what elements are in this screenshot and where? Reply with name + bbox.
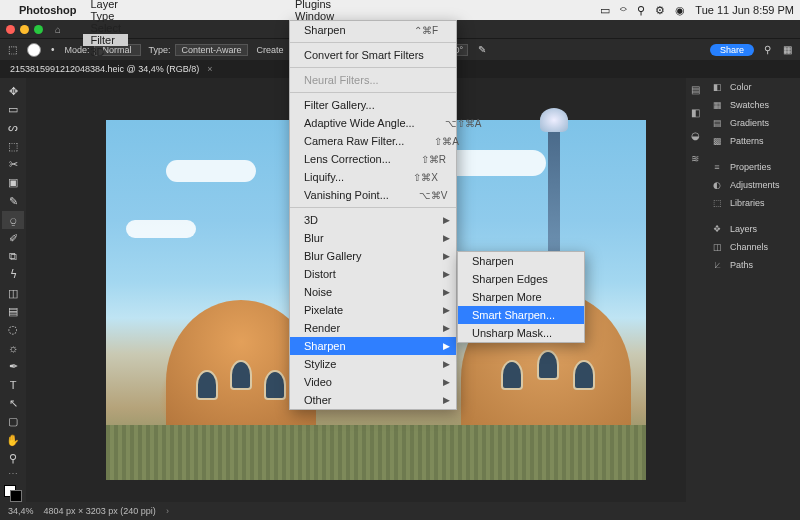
- menubar-item-layer[interactable]: Layer: [83, 0, 128, 10]
- type-select[interactable]: Content-Aware: [175, 44, 249, 56]
- siri-icon[interactable]: ◉: [675, 4, 685, 17]
- brush-tool[interactable]: ✐: [2, 229, 24, 247]
- panel-layers[interactable]: ❖Layers: [704, 220, 800, 238]
- menubar-item-plugins[interactable]: Plugins: [288, 0, 341, 10]
- adjustments-icon: ◐: [710, 180, 724, 190]
- crop-tool[interactable]: ✂: [2, 155, 24, 173]
- eraser-tool[interactable]: ◫: [2, 284, 24, 302]
- properties-icon: ≡: [710, 162, 724, 172]
- color-icon: ◧: [710, 82, 724, 92]
- path-select-tool[interactable]: ↖: [2, 394, 24, 412]
- menubar-app-name[interactable]: Photoshop: [12, 0, 83, 20]
- menu-item-label: Noise: [304, 286, 332, 298]
- panel-color[interactable]: ◧Color: [704, 78, 800, 96]
- menu-item-label: Smart Sharpen...: [472, 309, 555, 321]
- panel-patterns[interactable]: ▩Patterns: [704, 132, 800, 150]
- filter-item[interactable]: Vanishing Point...⌥⌘V: [290, 186, 456, 204]
- home-icon[interactable]: ⌂: [55, 24, 61, 35]
- workspace-icon[interactable]: ▦: [781, 44, 794, 55]
- gradient-tool[interactable]: ▤: [2, 302, 24, 320]
- filter-convert-smart[interactable]: Convert for Smart Filters: [290, 46, 456, 64]
- menubar-item-select[interactable]: Select: [83, 22, 128, 34]
- filter-submenu-blur-gallery[interactable]: Blur Gallery▶: [290, 247, 456, 265]
- pressure-icon[interactable]: ✎: [476, 44, 488, 55]
- filter-submenu-pixelate[interactable]: Pixelate▶: [290, 301, 456, 319]
- maximize-window-button[interactable]: [34, 25, 43, 34]
- panel-icon[interactable]: ≋: [691, 153, 699, 164]
- menubar-item-filter[interactable]: Filter: [83, 34, 128, 46]
- menubar-item-type[interactable]: Type: [83, 10, 128, 22]
- panel-adjustments[interactable]: ◐Adjustments: [704, 176, 800, 194]
- sharpen-item[interactable]: Smart Sharpen...: [458, 306, 584, 324]
- panel-label: Properties: [730, 162, 771, 172]
- zoom-tool[interactable]: ⚲: [2, 449, 24, 467]
- panel-swatches[interactable]: ▦Swatches: [704, 96, 800, 114]
- panel-libraries[interactable]: ⬚Libraries: [704, 194, 800, 212]
- minimize-window-button[interactable]: [20, 25, 29, 34]
- menubar-item-3d[interactable]: 3D: [83, 46, 128, 58]
- filter-item[interactable]: Camera Raw Filter...⇧⌘A: [290, 132, 456, 150]
- frame-tool[interactable]: ▣: [2, 174, 24, 192]
- filter-last-used[interactable]: Sharpen ⌃⌘F: [290, 21, 456, 39]
- filter-submenu-distort[interactable]: Distort▶: [290, 265, 456, 283]
- sharpen-item[interactable]: Sharpen: [458, 252, 584, 270]
- control-center-icon[interactable]: ⚙: [655, 4, 665, 17]
- lasso-tool[interactable]: ᔕ: [2, 119, 24, 137]
- filter-submenu-render[interactable]: Render▶: [290, 319, 456, 337]
- menu-item-label: Vanishing Point...: [304, 189, 389, 201]
- panel-icon[interactable]: ▤: [691, 84, 700, 95]
- filter-item[interactable]: Adaptive Wide Angle...⌥⇧⌘A: [290, 114, 456, 132]
- panel-icon[interactable]: ◧: [691, 107, 700, 118]
- tool-preset-icon[interactable]: ⬚: [6, 44, 19, 55]
- sharpen-item[interactable]: Sharpen More: [458, 288, 584, 306]
- filter-submenu-other[interactable]: Other▶: [290, 391, 456, 409]
- filter-submenu-blur[interactable]: Blur▶: [290, 229, 456, 247]
- filter-submenu-sharpen[interactable]: Sharpen▶: [290, 337, 456, 355]
- color-swatches[interactable]: [4, 485, 22, 502]
- right-panels: ◧Color▦Swatches▤Gradients▩Patterns ≡Prop…: [704, 78, 800, 502]
- history-brush-tool[interactable]: ϟ: [2, 266, 24, 284]
- filter-item[interactable]: Liquify...⇧⌘X: [290, 168, 456, 186]
- search-icon[interactable]: ⚲: [762, 44, 773, 55]
- filter-submenu-noise[interactable]: Noise▶: [290, 283, 456, 301]
- panel-paths[interactable]: ⟀Paths: [704, 256, 800, 274]
- spotlight-icon[interactable]: ⚲: [637, 4, 645, 17]
- background-color[interactable]: [10, 490, 22, 502]
- close-tab-icon[interactable]: ×: [207, 64, 212, 74]
- type-tool[interactable]: T: [2, 376, 24, 394]
- eyedropper-tool[interactable]: ✎: [2, 192, 24, 210]
- move-tool[interactable]: ✥: [2, 82, 24, 100]
- status-zoom[interactable]: 34,4%: [8, 506, 34, 516]
- brush-size-icon[interactable]: •: [49, 44, 57, 55]
- panel-icon[interactable]: ◒: [691, 130, 700, 141]
- sharpen-item[interactable]: Unsharp Mask...: [458, 324, 584, 342]
- filter-submenu-stylize[interactable]: Stylize▶: [290, 355, 456, 373]
- clone-stamp-tool[interactable]: ⧉: [2, 247, 24, 265]
- panel-gradients[interactable]: ▤Gradients: [704, 114, 800, 132]
- menu-item-label: Stylize: [304, 358, 336, 370]
- filter-item[interactable]: Filter Gallery...: [290, 96, 456, 114]
- panel-properties[interactable]: ≡Properties: [704, 158, 800, 176]
- filter-item[interactable]: Lens Correction...⇧⌘R: [290, 150, 456, 168]
- status-dimensions[interactable]: 4804 px × 3203 px (240 ppi): [44, 506, 156, 516]
- filter-submenu-3d[interactable]: 3D▶: [290, 211, 456, 229]
- healing-brush-tool[interactable]: ⍜: [2, 211, 24, 229]
- filter-submenu-video[interactable]: Video▶: [290, 373, 456, 391]
- menubar-clock[interactable]: Tue 11 Jun 8:59 PM: [695, 4, 794, 16]
- hand-tool[interactable]: ✋: [2, 431, 24, 449]
- object-select-tool[interactable]: ⬚: [2, 137, 24, 155]
- document-tab-title: 215381599121204838­4.heic @ 34,4% (RGB/8…: [10, 64, 199, 74]
- sharpen-item[interactable]: Sharpen Edges: [458, 270, 584, 288]
- share-button[interactable]: Share: [710, 44, 754, 56]
- menu-item-label: Sharpen Edges: [472, 273, 548, 285]
- edit-toolbar-icon[interactable]: ⋯: [8, 468, 18, 479]
- brush-color-swatch[interactable]: [27, 43, 41, 57]
- submenu-arrow-icon: ▶: [443, 251, 450, 261]
- panel-channels[interactable]: ◫Channels: [704, 238, 800, 256]
- blur-tool[interactable]: ◌: [2, 321, 24, 339]
- shape-tool[interactable]: ▢: [2, 412, 24, 430]
- dodge-tool[interactable]: ☼: [2, 339, 24, 357]
- pen-tool[interactable]: ✒: [2, 357, 24, 375]
- marquee-tool[interactable]: ▭: [2, 100, 24, 118]
- close-window-button[interactable]: [6, 25, 15, 34]
